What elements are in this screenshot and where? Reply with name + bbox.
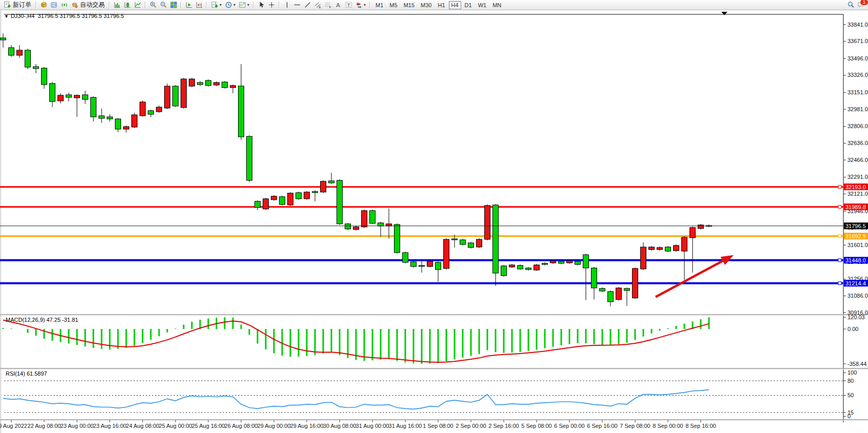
candles[interactable]: [1, 33, 712, 306]
timeframe-button-d1[interactable]: D1: [462, 1, 475, 9]
dropdown-caret-icon[interactable]: ▾: [247, 3, 249, 7]
data-window-icon[interactable]: [49, 1, 58, 10]
trendline-icon[interactable]: [303, 1, 312, 10]
price-tick-label: 32636.0: [847, 140, 868, 146]
candlestick-chart-icon[interactable]: [123, 1, 132, 10]
line-handle[interactable]: [838, 259, 841, 262]
timeframe-button-m15[interactable]: M15: [401, 1, 417, 9]
time-tick-label: 22 Aug 08:00: [28, 423, 61, 429]
time-tick-label: 8 Sep 16:00: [685, 423, 716, 429]
timeframe-button-m1[interactable]: M1: [373, 1, 386, 9]
time-axis[interactable]: 19 Aug 202222 Aug 08:0023 Aug 00:0023 Au…: [0, 420, 716, 429]
horizontal-line-icon[interactable]: [292, 1, 302, 10]
timeframe-button-m5[interactable]: M5: [387, 1, 400, 9]
toolbar-separator: [279, 2, 280, 9]
line-handle[interactable]: [838, 205, 841, 209]
trend-arrow-annotation[interactable]: [656, 255, 734, 297]
marketwatch-icon[interactable]: [39, 1, 48, 10]
price-tick-label: 33151.0: [847, 89, 868, 95]
price-tick-label: 31086.0: [847, 293, 868, 299]
macd-pane[interactable]: [3, 317, 709, 364]
toolbar: 新订单自动交易▾▾▾EFAT▾M1M5M15M30H1H4D1W1MN1: [0, 0, 868, 10]
dropdown-caret-icon[interactable]: ▾: [220, 3, 222, 7]
toolbar-separator: [109, 2, 110, 9]
timeframe-button-h1[interactable]: H1: [435, 1, 447, 9]
new-order-label[interactable]: 新订单: [13, 1, 31, 9]
fibonacci-icon[interactable]: F: [323, 1, 332, 10]
rsi-indicator-label: RSI(14) 61.5897: [6, 370, 47, 377]
toolbar-separator: [145, 2, 146, 9]
tile-windows-icon[interactable]: [169, 1, 178, 10]
chart-canvas[interactable]: 33841.033671.033496.033326.033151.032981…: [0, 10, 868, 433]
timeframe-button-m30[interactable]: M30: [418, 1, 434, 9]
svg-text:31796.5: 31796.5: [845, 223, 866, 229]
toolbar-separator: [35, 2, 36, 9]
new-order-icon[interactable]: [3, 1, 12, 10]
svg-text:T: T: [347, 3, 349, 8]
dropdown-caret-icon[interactable]: ▾: [233, 3, 235, 7]
time-tick-label: 23 Aug 16:00: [93, 423, 127, 429]
line-handle[interactable]: [838, 185, 841, 189]
price-level-label: 31692.9: [844, 233, 868, 239]
time-tick-label: 2 Sep 00:00: [456, 423, 486, 429]
price-tick-label: 31601.0: [847, 242, 868, 248]
price-tick-label: 32981.0: [847, 106, 868, 112]
chart-window[interactable]: 33841.033671.033496.033326.033151.032981…: [0, 10, 868, 433]
price-tick-label: 32121.0: [847, 191, 868, 197]
timeframe-button-h4[interactable]: H4: [449, 1, 461, 9]
notification-badge: 1: [860, 0, 868, 6]
autotrading-label[interactable]: 自动交易: [80, 1, 105, 9]
price-tick-label: 33671.0: [847, 38, 868, 44]
signals-icon[interactable]: [60, 1, 69, 10]
line-handle[interactable]: [838, 235, 841, 238]
price-tick-label: 33326.0: [847, 72, 868, 78]
chart-shift-marker[interactable]: [721, 12, 727, 15]
svg-text:31989.8: 31989.8: [845, 204, 866, 210]
bar-chart-icon[interactable]: [112, 1, 122, 10]
text-icon[interactable]: A: [333, 1, 343, 10]
main-pane[interactable]: [0, 33, 843, 306]
time-tick-label: 5 Sep 08:00: [521, 423, 551, 429]
zoom-out-icon[interactable]: [159, 1, 168, 10]
chart-shift-icon[interactable]: [194, 1, 204, 10]
crosshair-icon[interactable]: [267, 1, 276, 10]
line-chart-icon[interactable]: [133, 1, 142, 10]
chat-icon[interactable]: 1: [856, 1, 865, 10]
auto-scroll-icon[interactable]: [184, 1, 193, 10]
svg-text:A: A: [336, 2, 340, 8]
periods-icon[interactable]: [224, 1, 233, 10]
arrows-icon[interactable]: [354, 1, 363, 10]
macd-tick-label: -358.44: [847, 361, 866, 367]
dropdown-caret-icon[interactable]: ▾: [364, 3, 366, 7]
price-level-label: 31214.4: [844, 280, 868, 286]
timeframe-button-w1[interactable]: W1: [476, 1, 489, 9]
vertical-line-icon[interactable]: [282, 1, 291, 10]
rsi-line: [3, 390, 709, 409]
price-tick-label: 32291.0: [847, 174, 868, 180]
time-tick-label: 19 Aug 2022: [0, 423, 27, 429]
chevron-down-icon[interactable]: ▼: [4, 14, 9, 19]
cursor-icon[interactable]: [257, 1, 266, 10]
zoom-in-icon[interactable]: [148, 1, 157, 10]
price-axis[interactable]: 33841.033671.033496.033326.033151.032981…: [0, 10, 868, 433]
price-level-label: 32193.0: [844, 183, 868, 190]
line-handle[interactable]: [838, 282, 841, 285]
templates-icon[interactable]: [238, 1, 247, 10]
macd-tick-label: 0.00: [847, 326, 858, 332]
time-tick-label: 30 Aug 08:00: [323, 423, 357, 429]
macd-indicator-label: MACD(12,26,9) 47.25 -31.81: [6, 317, 78, 323]
price-tick-label: 33841.0: [847, 22, 868, 28]
svg-text:F: F: [329, 5, 331, 9]
text-label-icon[interactable]: T: [344, 1, 353, 10]
time-tick-label: 2 Sep 16:00: [488, 423, 519, 429]
autotrading-icon[interactable]: [70, 1, 79, 10]
indicators-icon[interactable]: [210, 1, 219, 10]
equidistant-channel-icon[interactable]: E: [313, 1, 322, 10]
time-tick-label: 26 Aug 08:00: [225, 423, 258, 429]
rsi-pane[interactable]: [3, 381, 843, 413]
ohlc-readout: 31796.5 31796.5 31796.5 31796.5: [38, 13, 124, 19]
macd-tick-label: 120.03: [847, 314, 865, 320]
timeframe-button-mn[interactable]: MN: [490, 1, 504, 9]
time-tick-label: 23 Aug 00:00: [61, 423, 94, 429]
search-icon[interactable]: [846, 1, 855, 10]
